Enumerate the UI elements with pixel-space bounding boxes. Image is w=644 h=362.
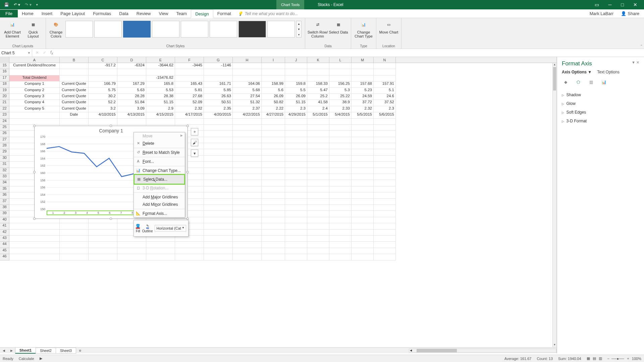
fx-icon[interactable]: fx — [50, 50, 53, 55]
tab-formulas[interactable]: Formulas — [89, 10, 115, 17]
tab-home[interactable]: Home — [18, 10, 38, 17]
minimize-icon[interactable]: ─ — [608, 2, 612, 7]
ribbon: 📊Add Chart Element ▦Quick Layout Chart L… — [0, 18, 644, 49]
ribbon-tabs: File Home Insert Page Layout Formulas Da… — [0, 9, 644, 18]
group-chart-layouts: Chart Layouts — [0, 44, 46, 48]
tab-review[interactable]: Review — [132, 10, 155, 17]
tab-data[interactable]: Data — [115, 10, 132, 17]
chart-tools-contextual-tab: Chart Tools — [276, 0, 304, 9]
quick-layout-icon: ▦ — [29, 20, 38, 29]
maximize-icon[interactable]: □ — [621, 2, 624, 7]
save-icon[interactable]: 💾 — [4, 2, 9, 7]
select-data-icon: ▦ — [334, 20, 343, 29]
switch-icon: ⇄ — [313, 20, 322, 29]
switch-row-column-button[interactable]: ⇄Switch Row/ Column — [307, 19, 328, 38]
chart-type-icon: 📊 — [359, 20, 368, 29]
chart-style-4[interactable] — [152, 21, 179, 38]
document-title: Stocks - Excel — [308, 2, 353, 7]
change-chart-type-button[interactable]: 📊Change Chart Type — [353, 19, 374, 38]
move-chart-icon: ▭ — [384, 20, 393, 29]
palette-icon: 🎨 — [51, 20, 61, 29]
chart-style-6[interactable] — [210, 21, 237, 38]
chart-style-5[interactable] — [181, 21, 208, 38]
move-chart-button[interactable]: ▭Move Chart — [378, 19, 399, 35]
redo-icon[interactable]: ↷ ▾ — [25, 2, 31, 7]
select-data-button[interactable]: ▦Select Data — [328, 19, 349, 35]
chart-style-8[interactable] — [267, 21, 295, 38]
title-bar: 💾 ↶ ▾ ↷ ▾ ▾ Chart Tools Stocks - Excel ▭… — [0, 0, 644, 9]
formula-bar[interactable] — [56, 49, 644, 57]
chart-styles-gallery[interactable]: ▲▼▾ — [64, 19, 303, 38]
tell-me-input[interactable]: 💡Tell me what you want to do... — [238, 11, 298, 16]
user-name[interactable]: Mark LaBarr — [587, 11, 616, 16]
tab-file[interactable]: File — [0, 10, 18, 17]
tab-design[interactable]: Design — [191, 10, 213, 18]
chart-style-3[interactable] — [123, 21, 151, 38]
tab-view[interactable]: View — [155, 10, 172, 17]
bulb-icon: 💡 — [238, 11, 243, 16]
share-button[interactable]: 👤Share — [616, 11, 644, 16]
group-chart-styles: Chart Styles — [46, 44, 305, 48]
tab-insert[interactable]: Insert — [38, 10, 57, 17]
group-location: Location — [376, 44, 401, 48]
group-data: Data — [305, 44, 351, 48]
ribbon-display-options-icon[interactable]: ▭ — [595, 2, 599, 7]
formula-bar-row: Chart 5▼ ✕ ✓ fx — [0, 49, 644, 57]
styles-scroll[interactable]: ▲▼▾ — [296, 21, 302, 38]
qat-customize-icon[interactable]: ▾ — [36, 3, 38, 6]
undo-icon[interactable]: ↶ ▾ — [14, 2, 20, 7]
chart-style-7[interactable] — [238, 21, 266, 38]
add-chart-element-icon: 📊 — [8, 20, 17, 29]
collapse-ribbon-icon[interactable]: ⌃ — [640, 44, 643, 48]
chart-style-2[interactable] — [94, 21, 122, 38]
change-colors-button[interactable]: 🎨Change Colors — [48, 19, 64, 38]
share-icon: 👤 — [621, 11, 626, 16]
tab-team[interactable]: Team — [172, 10, 191, 17]
chart-style-1[interactable] — [65, 21, 93, 38]
tab-format[interactable]: Format — [213, 10, 235, 17]
tab-page-layout[interactable]: Page Layout — [56, 10, 89, 17]
quick-layout-button[interactable]: ▦Quick Layout — [23, 19, 44, 38]
enter-formula-icon[interactable]: ✓ — [43, 50, 46, 55]
cancel-formula-icon[interactable]: ✕ — [36, 50, 39, 55]
close-icon[interactable]: ✕ — [633, 2, 637, 7]
add-chart-element-button[interactable]: 📊Add Chart Element — [2, 19, 23, 38]
group-type: Type — [351, 44, 376, 48]
name-box[interactable]: Chart 5▼ — [0, 49, 32, 57]
